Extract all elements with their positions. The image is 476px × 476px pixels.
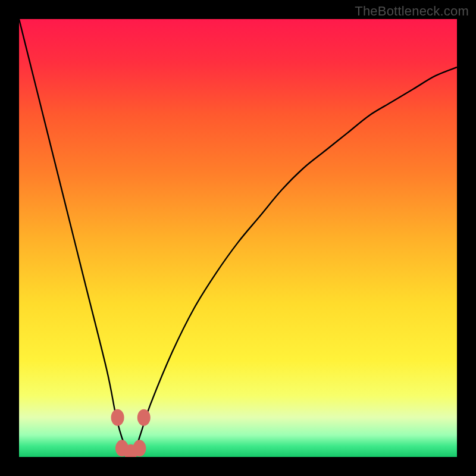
plot-area: [19, 19, 457, 457]
curve-marker: [111, 409, 124, 426]
curve-marker: [137, 409, 151, 426]
chart-frame: TheBottleneck.com: [0, 0, 476, 476]
bottleneck-curve: [19, 19, 457, 457]
watermark-label: TheBottleneck.com: [355, 4, 469, 19]
